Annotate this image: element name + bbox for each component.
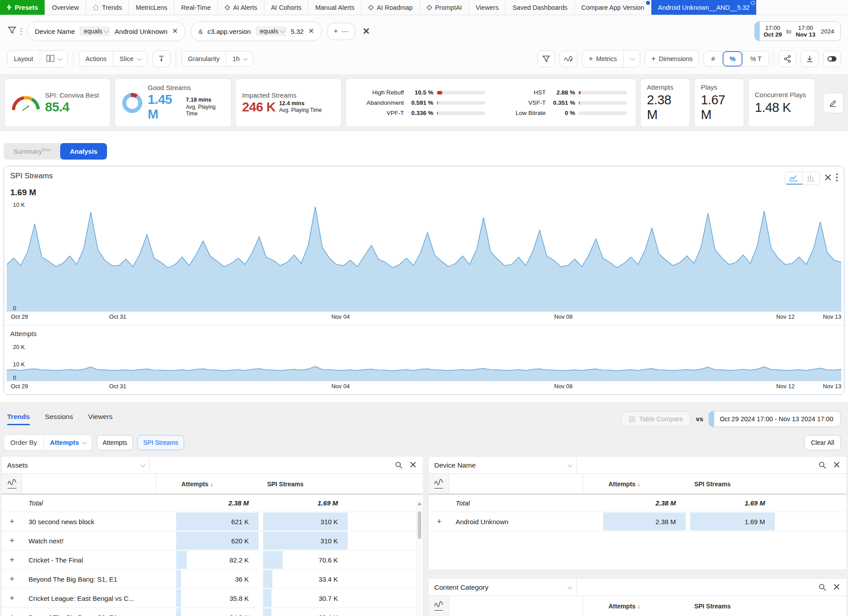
metrics-dropdown[interactable]: [623, 50, 640, 67]
add-dimensions-button[interactable]: + Dimensions: [645, 50, 699, 67]
funnel-chart-button[interactable]: [537, 50, 555, 67]
add-metrics-button[interactable]: + Metrics: [582, 50, 623, 67]
nav-tab-trends[interactable]: Trends: [86, 0, 129, 15]
column-header-spi-streams[interactable]: SPI Streams: [243, 480, 328, 488]
table-row[interactable]: +Cricket League: East Bengal vs C...35.8…: [2, 589, 423, 608]
table-row[interactable]: +30 second news block621 K310 K: [2, 512, 423, 531]
nav-tab-overview[interactable]: Overview: [45, 0, 86, 15]
expand-row-icon[interactable]: +: [2, 613, 22, 616]
dimension-select[interactable]: Device Name: [429, 457, 577, 473]
close-panel-icon[interactable]: [833, 583, 840, 591]
annotate-metric-button[interactable]: [560, 50, 577, 67]
download-button[interactable]: [801, 50, 819, 67]
table-compare-toggle[interactable]: Table Compare: [621, 411, 691, 427]
close-panel-icon[interactable]: [410, 461, 416, 469]
remove-filter-icon[interactable]: ✕: [172, 28, 178, 35]
kpi-card-concurrent-plays[interactable]: Concurrent Plays 1.48 K: [748, 78, 815, 127]
add-filter-button[interactable]: + ⋯: [327, 23, 355, 40]
expand-row-icon[interactable]: +: [2, 517, 22, 526]
column-header-attempts[interactable]: Attempts ↓: [156, 480, 239, 488]
layout-button[interactable]: Layout: [8, 51, 40, 67]
chart-menu-icon[interactable]: [836, 173, 838, 183]
search-icon[interactable]: [819, 583, 826, 591]
nav-tab-ai-alerts[interactable]: AI Alerts: [218, 0, 264, 15]
expand-row-icon[interactable]: +: [2, 594, 22, 603]
date-range-picker[interactable]: 17:00 Oct 29 to 17:00 Nov 13 2024: [754, 21, 841, 41]
metric-chip-attempts[interactable]: Attempts: [97, 435, 133, 450]
close-chart-icon[interactable]: [824, 174, 832, 183]
metric-chip-spi-streams[interactable]: SPI Streams: [137, 435, 184, 450]
split-axis-button[interactable]: [152, 50, 170, 67]
nav-tab-ai-cohorts[interactable]: AI Cohorts: [264, 0, 309, 15]
trends-tab-viewers[interactable]: Viewers: [88, 413, 113, 425]
columns-toggle-button[interactable]: [823, 50, 841, 67]
granularity-dropdown[interactable]: 1h: [226, 51, 252, 66]
column-header-attempts[interactable]: Attempts ↓: [583, 603, 666, 610]
column-header-attempts[interactable]: Attempts ↓: [583, 480, 666, 488]
dimension-select[interactable]: Content Category: [429, 579, 577, 595]
layout-variant-dropdown[interactable]: [40, 51, 67, 67]
kpi-card-attempts[interactable]: Attempts 2.38 M: [640, 78, 690, 127]
nav-tab-presets[interactable]: Presets: [0, 0, 45, 15]
format-option-%[interactable]: %: [722, 51, 743, 66]
trends-tab-sessions[interactable]: Sessions: [45, 413, 73, 425]
attempts-area-chart[interactable]: [7, 342, 841, 381]
column-header-spi-streams[interactable]: SPI Streams: [670, 603, 755, 610]
sparkline-column-toggle[interactable]: [429, 596, 449, 616]
nav-tab-android-unknown-and-5-32[interactable]: Android Unknown__AND__5.32: [651, 0, 757, 15]
filter-funnel-icon[interactable]: [7, 25, 17, 37]
nav-tab-manual-alerts[interactable]: Manual Alerts: [309, 0, 362, 15]
expand-row-icon[interactable]: +: [2, 536, 22, 546]
expand-row-icon[interactable]: +: [2, 575, 22, 584]
filter-chip-device-name[interactable]: Device NameequalsAndroid Unknown✕: [27, 21, 185, 41]
format-option-%t[interactable]: % T: [742, 51, 769, 66]
compare-date-range[interactable]: Oct 29 2024 17:00 - Nov 13 2024 17:00: [708, 411, 841, 427]
nav-tab-compare-app-version[interactable]: Compare App Version: [575, 0, 651, 15]
vertical-scrollbar[interactable]: [416, 500, 422, 616]
sparkline-column-toggle[interactable]: [2, 474, 22, 494]
sparkline-column-toggle[interactable]: [429, 474, 449, 494]
table-row[interactable]: +Beyond The Big Bang: S1, E136 K33.4 K: [2, 570, 423, 589]
column-header-spi-streams[interactable]: SPI Streams: [670, 480, 755, 488]
kpi-card-plays[interactable]: Plays 1.67 M: [694, 78, 744, 127]
clear-filters-button[interactable]: ✕: [362, 27, 370, 36]
nav-tab-ai-roadmap[interactable]: AI Roadmap: [362, 0, 420, 15]
filter-drag-handle-icon[interactable]: [21, 28, 22, 35]
line-chart-toggle-icon[interactable]: [785, 172, 802, 185]
trends-tab-trends[interactable]: Trends: [7, 413, 30, 425]
kpi-card-spi[interactable]: SPI: Conviva Best 85.4: [4, 78, 111, 127]
nav-tab-metriclens[interactable]: MetricLens: [129, 0, 174, 15]
kpi-card-impacted-streams[interactable]: Impacted Streams 246 K 12.4 minsAvg. Pla…: [235, 78, 342, 127]
edit-kpis-button[interactable]: [823, 93, 844, 113]
table-row[interactable]: +Android Unknown2.38 M1.69 M: [429, 512, 846, 531]
filter-operator-dropdown[interactable]: equals: [79, 26, 110, 36]
close-panel-icon[interactable]: [833, 461, 840, 469]
nav-tab-promptai[interactable]: PromptAI: [420, 0, 469, 15]
table-row[interactable]: +Watch next!620 K310 K: [2, 531, 423, 550]
remove-filter-icon[interactable]: ✕: [308, 28, 314, 35]
order-by-dropdown[interactable]: Attempts: [43, 435, 92, 450]
nav-tab-viewers[interactable]: Viewers: [469, 0, 506, 15]
kpi-card-quality-metrics[interactable]: High Rebuff10.5 %Abandonment0.591 %VPF-T…: [346, 78, 636, 127]
clear-all-button[interactable]: Clear All: [804, 435, 841, 450]
expand-row-icon[interactable]: +: [2, 555, 22, 565]
bar-chart-toggle-icon[interactable]: [802, 172, 819, 185]
nav-tab-real-time[interactable]: Real-Time: [174, 0, 218, 15]
filter-operator-dropdown[interactable]: equals: [255, 26, 286, 36]
format-option-#[interactable]: #: [704, 51, 722, 66]
actions-button[interactable]: Actions: [79, 51, 113, 66]
table-row[interactable]: +Cricket - The Final82.2 K70.6 K: [2, 550, 423, 570]
share-button[interactable]: [778, 50, 796, 67]
spi-streams-area-chart[interactable]: [7, 199, 841, 312]
table-row[interactable]: +Beyond The Big Bang: S2, E134.9 K32.4 K: [2, 608, 423, 616]
expand-row-icon[interactable]: +: [429, 517, 449, 526]
search-icon[interactable]: [819, 461, 826, 469]
tab-summary[interactable]: SummaryBeta: [4, 143, 60, 160]
search-icon[interactable]: [395, 461, 403, 469]
filter-chip-c3-app-version[interactable]: &c3.app.versionequals5.32✕: [191, 21, 321, 41]
tab-analysis[interactable]: Analysis: [60, 143, 107, 160]
slice-dropdown[interactable]: Slice: [113, 51, 146, 66]
dimension-select[interactable]: Assets: [2, 457, 150, 473]
kpi-card-good-streams[interactable]: Good Streams 1.45 M 7.18 minsAvg. Playin…: [115, 78, 231, 127]
nav-tab-saved-dashboards[interactable]: Saved Dashboards: [506, 0, 574, 15]
